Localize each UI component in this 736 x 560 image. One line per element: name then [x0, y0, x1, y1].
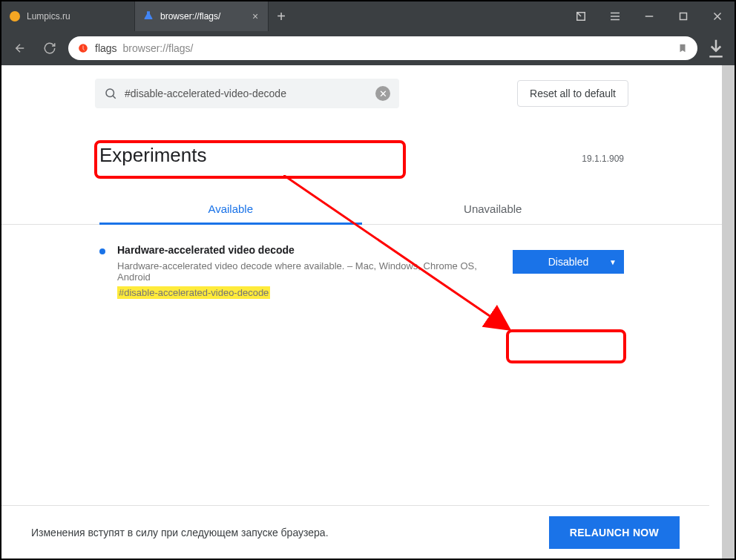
reset-button[interactable]: Reset all to default [517, 80, 628, 107]
version-label: 19.1.1.909 [582, 154, 624, 164]
search-input[interactable] [125, 88, 368, 99]
minimize-button[interactable] [632, 1, 666, 31]
search-icon [104, 87, 117, 100]
address-bar[interactable]: flags browser://flags/ [68, 36, 697, 60]
tab-lumpics[interactable]: Lumpics.ru [1, 1, 135, 31]
relaunch-message: Изменения вступят в силу при следующем з… [31, 527, 329, 538]
bookmark-icon[interactable] [677, 42, 689, 54]
tabs-area: Lumpics.ru browser://flags/ × + [1, 1, 564, 31]
chevron-down-icon: ▼ [609, 258, 617, 266]
tab-available[interactable]: Available [99, 194, 362, 224]
svg-point-2 [106, 89, 114, 97]
relaunch-bar: Изменения вступят в силу при следующем з… [1, 505, 709, 559]
window-controls [564, 1, 735, 31]
flags-tabs: Available Unavailable [1, 194, 722, 225]
titlebar: Lumpics.ru browser://flags/ × + [1, 1, 735, 31]
flag-description: Hardware-accelerated video decode where … [117, 260, 493, 283]
maximize-button[interactable] [666, 1, 700, 31]
favicon-flags [142, 10, 154, 22]
tab-unavailable[interactable]: Unavailable [362, 194, 625, 224]
new-tab-button[interactable]: + [269, 1, 294, 31]
address-prefix: flags [95, 42, 117, 54]
menu-button[interactable] [598, 1, 632, 31]
flag-title: Hardware-accelerated video decode [117, 244, 493, 256]
tab-title: Lumpics.ru [27, 11, 127, 22]
close-button[interactable] [700, 1, 735, 31]
flag-item: Hardware-accelerated video decode Hardwa… [1, 225, 722, 299]
clear-icon[interactable]: ✕ [375, 86, 390, 101]
back-button[interactable] [9, 37, 31, 59]
flags-search[interactable]: ✕ [95, 79, 399, 108]
toolbar: flags browser://flags/ [1, 31, 735, 65]
flag-hash: #disable-accelerated-video-decode [117, 286, 270, 299]
scrollbar[interactable] [722, 65, 735, 559]
svg-rect-0 [680, 13, 687, 20]
address-url: browser://flags/ [123, 42, 671, 54]
tab-title: browser://flags/ [160, 11, 246, 22]
site-icon [77, 42, 89, 54]
flag-status-dot [99, 248, 105, 254]
reload-button[interactable] [39, 37, 61, 59]
close-icon[interactable]: × [250, 11, 260, 22]
tab-flags[interactable]: browser://flags/ × [135, 1, 269, 31]
flag-state-select[interactable]: Disabled ▼ [513, 250, 624, 274]
downloads-button[interactable] [705, 37, 727, 59]
pin-button[interactable] [564, 1, 598, 31]
flag-state-value: Disabled [548, 256, 588, 268]
relaunch-button[interactable]: RELAUNCH NOW [549, 516, 680, 549]
page-title: Experiments [99, 144, 207, 167]
favicon-lumpics [9, 10, 21, 22]
